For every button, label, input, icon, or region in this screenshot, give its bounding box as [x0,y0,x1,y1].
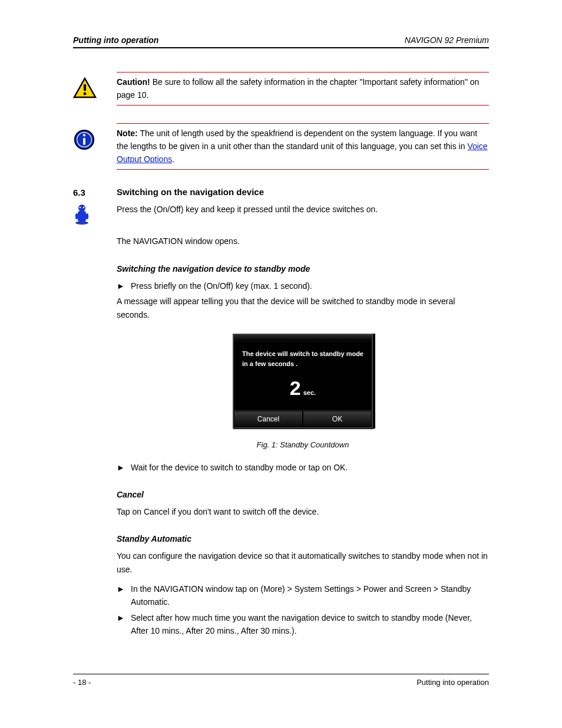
page-number: - 18 - [73,678,91,687]
page-header: Putting into operation NAVIGON 92 Premiu… [73,35,489,48]
navigation-opens-text: The NAVIGATION window opens. [117,235,489,248]
cancel-button[interactable]: Cancel [234,411,303,427]
switch-on-instruction: Press the (On/Off) key and keep it press… [73,203,489,228]
svg-rect-1 [84,84,86,91]
caution-text: Caution! Be sure to follow all the safet… [105,76,489,101]
bullet-marker: ► [117,611,131,638]
cancel-subtitle: Cancel [117,490,489,499]
divider [117,72,489,73]
warning-icon [73,76,105,101]
countdown-number: 2 [290,377,301,400]
svg-point-6 [83,134,85,137]
cancel-text: Tap on Cancel if you don't want to switc… [117,505,489,519]
svg-rect-12 [75,213,78,219]
svg-point-9 [78,205,85,212]
standby-dialog-figure: The device will switch to standby mode i… [117,334,489,429]
notice-icon [73,127,105,153]
wait-bullet: ► Wait for the device to switch to stand… [117,461,489,474]
header-section: Putting into operation [73,35,158,45]
wait-text: Wait for the device to switch to standby… [131,461,348,474]
standby-instruction: Press briefly on the (On/Off) key (max. … [131,279,312,292]
svg-point-2 [84,93,87,95]
caution-callout: Caution! Be sure to follow all the safet… [73,72,489,106]
page-footer: - 18 - Putting into operation [73,674,489,687]
bullet-marker: ► [117,582,131,609]
auto-standby-text: You can configure the navigation device … [117,549,489,577]
standby-message: A message will appear telling you that t… [117,295,489,322]
header-product: NAVIGON 92 Premium [405,35,489,45]
svg-point-10 [80,207,81,209]
note-callout: Note: The unit of length used by the spe… [73,123,489,170]
auto-bullet-2: ► Select after how much time you want th… [117,611,489,638]
auto-text-1: In the NAVIGATION window tap on (More) >… [131,582,489,609]
standby-dialog: The device will switch to standby mode i… [233,334,373,429]
figure-caption: Fig. 1: Standby Countdown [117,440,489,449]
standby-heading: Switching the navigation device to stand… [117,264,489,274]
divider [117,105,489,106]
svg-rect-13 [86,213,88,219]
note-text: Note: The unit of length used by the spe… [105,127,489,166]
svg-point-11 [83,207,85,209]
robot-icon [73,203,105,228]
standby-bullet: ► Press briefly on the (On/Off) key (max… [117,279,489,292]
divider [117,169,489,170]
svg-rect-5 [83,139,85,145]
bullet-marker: ► [117,461,131,474]
dialog-titlebar [234,335,372,342]
divider [117,123,489,124]
ok-button[interactable]: OK [303,411,372,427]
instruction-text: Press the (On/Off) key and keep it press… [105,203,378,216]
svg-rect-8 [78,211,86,222]
countdown-unit: sec. [303,389,316,396]
bullet-marker: ► [117,279,131,292]
countdown: 2sec. [234,368,372,410]
auto-bullet-1: ► In the NAVIGATION window tap on (More)… [117,582,489,609]
auto-text-2: Select after how much time you want the … [131,611,489,638]
section-title: Switching on the navigation device [117,187,489,197]
auto-standby-title: Standby Automatic [117,534,489,543]
dialog-message: The device will switch to standby mode i… [234,342,372,368]
footer-section: Putting into operation [416,678,489,687]
